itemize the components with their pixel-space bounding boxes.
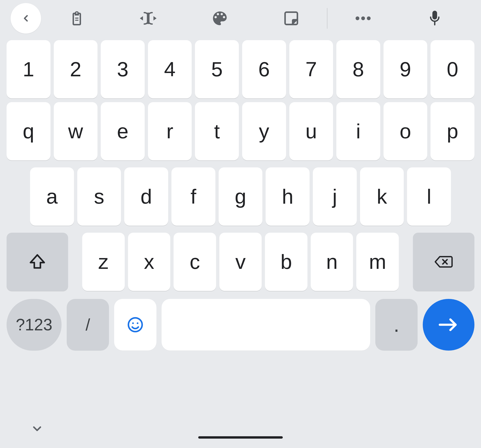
key-7[interactable]: 7: [289, 40, 333, 98]
key-p[interactable]: p: [430, 102, 474, 160]
period-key[interactable]: .: [375, 299, 418, 351]
palette-icon: [211, 9, 229, 28]
key-5[interactable]: 5: [195, 40, 239, 98]
key-c[interactable]: c: [173, 233, 216, 291]
chevron-down-icon: [30, 422, 44, 435]
chevron-left-icon: [21, 13, 31, 23]
key-u[interactable]: u: [289, 102, 333, 160]
clipboard-button[interactable]: [41, 0, 113, 36]
key-f[interactable]: f: [172, 167, 215, 226]
key-3[interactable]: 3: [101, 40, 145, 98]
key-s[interactable]: s: [77, 167, 121, 226]
letter-row-bottom: z x c v b n m: [7, 233, 474, 291]
collapse-keyboard-button[interactable]: [30, 422, 44, 436]
key-d[interactable]: d: [124, 167, 168, 226]
keyboard-bottom-bar: ?123 / .: [0, 299, 481, 351]
clipboard-icon: [68, 10, 85, 27]
more-horizontal-icon: [353, 15, 373, 21]
key-6[interactable]: 6: [242, 40, 286, 98]
svg-point-7: [361, 16, 365, 20]
svg-marker-4: [154, 16, 157, 20]
svg-rect-2: [147, 12, 150, 24]
svg-rect-5: [285, 12, 298, 24]
keyboard-footer: [0, 411, 481, 448]
text-cursor-button[interactable]: [113, 0, 184, 36]
backspace-icon: [433, 254, 454, 269]
svg-rect-1: [75, 20, 79, 21]
svg-point-8: [367, 16, 371, 20]
key-9[interactable]: 9: [383, 40, 428, 98]
backspace-key[interactable]: [413, 233, 474, 291]
slash-key[interactable]: /: [67, 299, 109, 351]
key-h[interactable]: h: [266, 167, 309, 226]
arrow-right-icon: [438, 318, 459, 332]
svg-point-14: [137, 322, 138, 324]
smiley-icon: [126, 316, 144, 334]
key-a[interactable]: a: [30, 167, 74, 226]
key-b[interactable]: b: [265, 233, 308, 291]
key-x[interactable]: x: [128, 233, 171, 291]
key-v[interactable]: v: [219, 233, 262, 291]
key-n[interactable]: n: [311, 233, 353, 291]
key-l[interactable]: l: [407, 167, 451, 226]
key-g[interactable]: g: [219, 167, 263, 226]
mic-icon: [428, 9, 442, 28]
key-i[interactable]: i: [336, 102, 380, 160]
key-z[interactable]: z: [82, 233, 125, 291]
key-2[interactable]: 2: [54, 40, 98, 98]
key-0[interactable]: 0: [430, 40, 474, 98]
number-row: 1 2 3 4 5 6 7 8 9 0: [7, 40, 474, 98]
key-w[interactable]: w: [54, 102, 98, 160]
more-button[interactable]: [327, 0, 399, 36]
letter-row-top: q w e r t y u i o p: [7, 102, 474, 160]
svg-point-12: [128, 318, 142, 332]
key-r[interactable]: r: [148, 102, 192, 160]
svg-point-6: [356, 16, 359, 20]
key-e[interactable]: e: [101, 102, 145, 160]
emoji-key[interactable]: [114, 299, 156, 351]
svg-marker-3: [140, 16, 143, 20]
key-1[interactable]: 1: [7, 40, 51, 98]
sticker-button[interactable]: [256, 0, 327, 36]
shift-key[interactable]: [7, 233, 68, 291]
key-o[interactable]: o: [383, 102, 428, 160]
key-q[interactable]: q: [7, 102, 51, 160]
theme-button[interactable]: [184, 0, 256, 36]
key-y[interactable]: y: [242, 102, 286, 160]
svg-rect-0: [75, 18, 79, 19]
enter-key[interactable]: [423, 299, 474, 351]
voice-input-button[interactable]: [399, 0, 470, 36]
sticker-icon: [283, 10, 300, 27]
key-t[interactable]: t: [195, 102, 239, 160]
symbols-key[interactable]: ?123: [7, 299, 61, 351]
key-4[interactable]: 4: [148, 40, 192, 98]
back-button[interactable]: [11, 3, 41, 34]
key-m[interactable]: m: [356, 233, 399, 291]
space-key[interactable]: [162, 299, 370, 351]
keyboard-toolbar: [0, 0, 481, 36]
text-cursor-icon: [138, 12, 159, 25]
key-k[interactable]: k: [360, 167, 404, 226]
svg-point-13: [132, 322, 134, 324]
home-indicator[interactable]: [198, 436, 283, 439]
shift-icon: [28, 253, 46, 271]
keyboard: 1 2 3 4 5 6 7 8 9 0 q w e r t y u i o p …: [0, 40, 481, 291]
key-j[interactable]: j: [313, 167, 357, 226]
key-8[interactable]: 8: [336, 40, 380, 98]
letter-row-home: a s d f g h j k l: [7, 167, 474, 226]
